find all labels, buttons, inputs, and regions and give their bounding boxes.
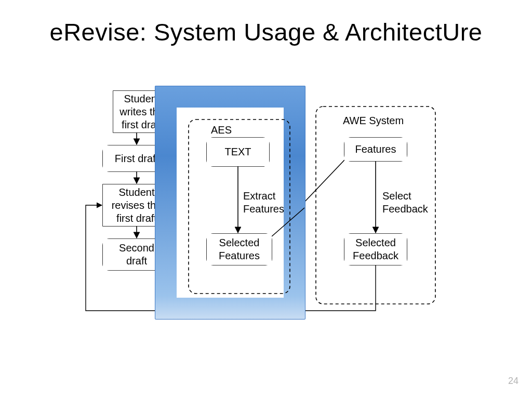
architecture-diagram: Student writes the first draft First dra… (87, 88, 451, 332)
box-text-ontop: TEXT (207, 138, 269, 166)
slide-title: eRevise: System Usage & ArchitectUre (0, 18, 532, 46)
label-extract-features-ontop: Extract Features (243, 190, 284, 216)
box-selected-features-ontop: Selected Features (207, 234, 272, 265)
page-number: 24 (508, 376, 518, 387)
